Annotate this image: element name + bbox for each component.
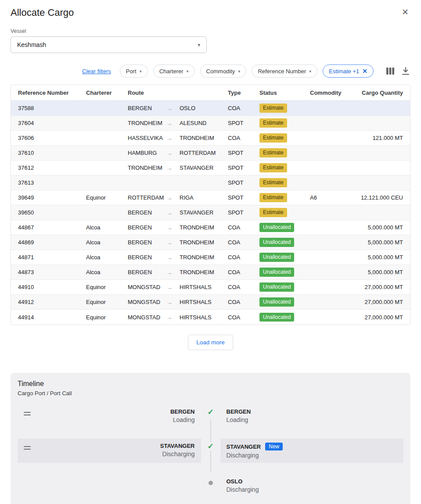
status-badge: Estimate [259,178,287,187]
cell-route: HAMBURG → ROTTERDAM [128,150,228,157]
close-icon[interactable]: ✕ [400,6,410,18]
route-arrow-icon: → [166,164,180,172]
timeline-left-item[interactable]: STAVANGER Discharging [18,439,201,463]
timeline-row: OSLO Discharging [18,474,403,497]
table-row[interactable]: 44869 Alcoa BERGEN → TRONDHEIM COA Unall… [11,235,410,250]
port-name: BERGEN [227,408,398,415]
download-icon[interactable] [401,66,410,76]
cell-status: Estimate [259,178,310,187]
table-row[interactable]: 44910 Equinor MONGSTAD → HIRTSHALS COA U… [11,280,410,295]
col-header-reference: Reference Number [18,89,86,96]
route-arrow-icon: → [166,314,180,321]
cell-reference: 37604 [18,120,86,126]
chevron-down-icon: ▾ [187,69,189,74]
status-badge: Estimate [259,193,287,202]
cell-route: TRONDHEIM → STAVANGER [128,164,228,172]
cell-charterer: Alcoa [86,239,128,246]
timeline-right-item: OSLO Discharging [220,474,404,497]
route-arrow-icon: → [166,135,180,142]
timeline-right-item: BERGEN Loading [220,404,404,427]
table-row[interactable]: 39650 BERGEN → STAVANGER SPOT Estimate [11,205,410,220]
table-row[interactable]: 37604 TRONDHEIM → ALESUND SPOT Estimate [11,116,410,131]
table-row[interactable]: 39649 Equinor ROTTERDAM → RIGA SPOT Esti… [11,190,410,205]
route-arrow-icon: → [166,150,180,157]
filter-chip-port[interactable]: Port ▾ [120,64,148,78]
cell-reference: 44867 [18,224,86,231]
filter-chip-commodity[interactable]: Commodity ▾ [200,64,247,78]
cell-route: TRONDHEIM → ALESUND [128,120,228,127]
table-row[interactable]: 44867 Alcoa BERGEN → TRONDHEIM COA Unall… [11,220,410,235]
dialog-header: Allocate Cargo ✕ [11,6,410,18]
timeline-marker: ✓ [201,439,220,463]
cell-route: BERGEN → TRONDHEIM [128,239,228,246]
table-row[interactable]: 44912 Equinor MONGSTAD → HIRTSHALS COA U… [11,295,410,310]
new-badge: New [265,443,283,450]
cell-charterer: Alcoa [86,269,128,275]
check-icon: ✓ [206,443,215,451]
cell-charterer: Equinor [86,284,128,290]
route-arrow-icon: → [166,120,180,127]
filter-chip-charterer[interactable]: Charterer ▾ [153,64,195,78]
table-row[interactable]: 37606 HASSELVIKA → TRONDHEIM COA Estimat… [11,131,410,146]
remove-filter-icon[interactable]: ✕ [362,68,367,75]
port-activity: Discharging [160,450,195,458]
table-row[interactable]: 44873 Alcoa BERGEN → TRONDHEIM COA Unall… [11,265,410,280]
drag-handle-icon[interactable] [24,408,31,415]
cell-reference: 44910 [18,284,86,290]
drag-handle-icon[interactable] [24,443,31,450]
timeline-marker: ✓ [201,404,220,427]
check-icon: ✓ [206,408,215,417]
load-more-button[interactable]: Load more [188,335,233,350]
col-header-type: Type [228,89,259,96]
cell-charterer: Alcoa [86,224,128,231]
cell-reference: 37606 [18,135,86,141]
status-badge: Unallocated [259,297,294,306]
route-arrow-icon: → [166,194,180,201]
filter-chip-reference-number[interactable]: Reference Number ▾ [252,64,317,78]
route-arrow-icon: → [166,239,180,246]
timeline-row: STAVANGER Discharging ✓ STAVANGER New Di… [18,439,403,463]
timeline-rows: BERGEN Loading ✓ BERGEN Loading STAVANGE… [18,404,403,497]
route-arrow-icon: → [166,209,180,216]
cell-status: Unallocated [259,297,310,306]
cell-route: BERGEN → TRONDHEIM [128,269,228,276]
col-header-commodity: Commodity [310,89,354,96]
col-header-status: Status [259,89,310,96]
cell-quantity: 5,000.000 MT [354,254,403,261]
cell-reference: 44912 [18,299,86,305]
cell-reference: 37588 [18,105,86,111]
chip-label: Estimate +1 [329,68,359,75]
port-activity: Loading [170,416,195,423]
port-name: STAVANGER [160,443,195,449]
cell-reference: 44869 [18,239,86,246]
cell-type: COA [228,254,259,261]
port-activity: Discharging [227,486,398,493]
table-row[interactable]: 37613 SPOT Estimate [11,175,410,190]
cell-reference: 39650 [18,209,86,216]
cell-status: Unallocated [259,238,310,247]
cell-type: SPOT [228,150,259,156]
cell-route: BERGEN → TRONDHEIM [128,254,228,261]
route-arrow-icon: → [166,284,180,291]
columns-icon[interactable] [385,66,396,76]
clear-filters-button[interactable]: Clear filters [82,68,111,75]
col-header-route: Route [128,89,228,96]
timeline-row: BERGEN Loading ✓ BERGEN Loading [18,404,403,427]
cell-status: Estimate [259,208,310,217]
vessel-select[interactable]: Keshmash ▾ [11,36,207,53]
cell-charterer: Equinor [86,299,128,305]
timeline-left-item[interactable]: BERGEN Loading [18,404,201,427]
cell-status: Estimate [259,118,310,127]
table-row[interactable]: 37612 TRONDHEIM → STAVANGER SPOT Estimat… [11,161,410,175]
cell-type: COA [228,224,259,231]
vessel-label: Vessel [11,28,410,34]
table-row[interactable]: 37610 HAMBURG → ROTTERDAM SPOT Estimate [11,146,410,161]
timeline-marker [201,474,220,497]
table-row[interactable]: 37588 BERGEN → OSLO COA Estimate [11,101,410,116]
table-row[interactable]: 44871 Alcoa BERGEN → TRONDHEIM COA Unall… [11,250,410,265]
timeline-left-item [18,474,201,497]
table-row[interactable]: 44914 Equinor MONGSTAD → HIRTSHALS COA U… [11,310,410,325]
filter-chip-estimate-active[interactable]: Estimate +1 ✕ [323,64,374,78]
port-name: OSLO [227,478,398,485]
cell-type: COA [228,299,259,305]
